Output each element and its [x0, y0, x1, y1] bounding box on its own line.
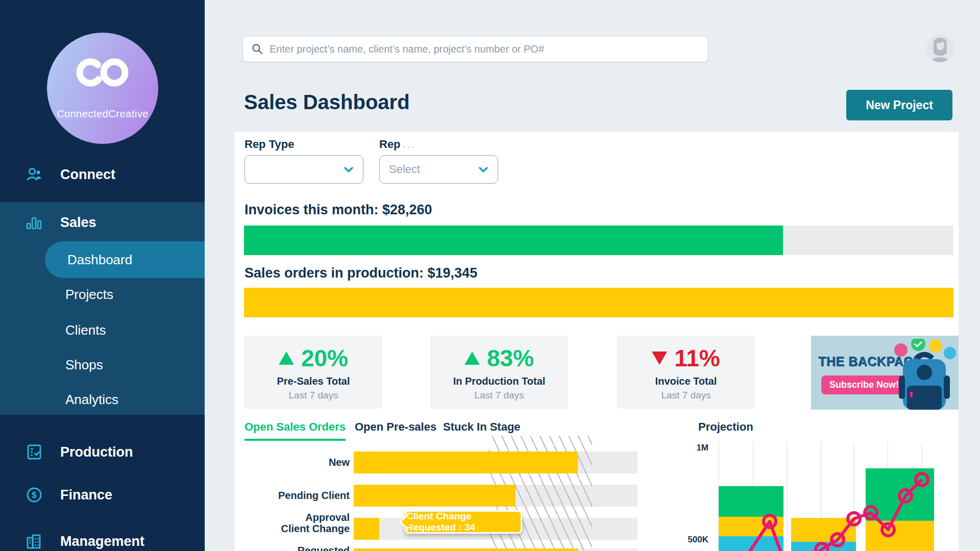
sidebar-item-connect[interactable]: Connect	[0, 162, 205, 187]
svg-text:$: $	[32, 490, 37, 500]
stat-label: Pre-Sales Total	[244, 375, 382, 387]
sidebar-item-label: Production	[60, 444, 133, 460]
tab-open-pre-sales[interactable]: Open Pre-sales	[355, 420, 436, 439]
stat-card-in-production: 83% In Production Total Last 7 days	[430, 336, 568, 409]
bar-row-track	[354, 548, 638, 551]
invoices-progress-bar	[244, 226, 953, 255]
stat-period: Last 7 days	[430, 390, 568, 401]
sidebar-item-sales[interactable]: Sales	[0, 210, 205, 235]
buildings-icon	[26, 533, 43, 550]
stat-card-invoice: 11% Invoice Total Last 7 days	[617, 336, 755, 409]
rep-hint-dots: ...	[403, 138, 415, 151]
sidebar-subitem-label: Analytics	[65, 392, 118, 408]
new-project-button[interactable]: New Project	[846, 90, 952, 120]
sidebar-item-label: Management	[60, 534, 144, 549]
bar-row-label: New	[235, 452, 350, 473]
bar-row-fill	[354, 452, 578, 473]
bar-row-track	[354, 452, 638, 473]
app-logo[interactable]: ConnectedCreative	[47, 33, 158, 144]
bar-row-track	[354, 485, 638, 507]
sidebar-item-management[interactable]: Management	[0, 529, 205, 551]
projection-chart	[699, 440, 959, 551]
rep-type-dropdown[interactable]	[244, 155, 363, 184]
infinity-logo-icon	[69, 55, 136, 93]
sidebar-item-finance[interactable]: $ Finance	[0, 483, 205, 507]
sidebar-subitem-analytics[interactable]: Analytics	[0, 388, 205, 411]
rep-label: Rep	[379, 138, 401, 151]
sidebar-item-label: Sales	[60, 215, 96, 231]
stat-value: 20%	[301, 344, 348, 372]
projection-title: Projection	[698, 420, 753, 434]
search-input[interactable]	[270, 43, 700, 55]
person-silhouette-icon	[926, 35, 954, 62]
page-title: Sales Dashboard	[244, 91, 410, 114]
rep-type-label: Rep Type	[244, 138, 294, 151]
up-triangle-icon	[464, 352, 480, 365]
invoices-progress-fill	[244, 226, 783, 255]
sidebar: ConnectedCreative Connect Sales Dashboar…	[0, 0, 205, 551]
stat-period: Last 7 days	[244, 390, 382, 401]
sales-orders-kpi-label: Sales orders in production: $19,345	[244, 265, 477, 281]
bar-row-fill	[354, 518, 379, 540]
rep-label-group: Rep ...	[379, 138, 415, 151]
promo-banner[interactable]: THE BACKPACK Subscribe Now!	[811, 336, 959, 410]
sidebar-subitem-label: Dashboard	[67, 252, 132, 268]
clipboard-check-icon	[26, 443, 43, 461]
bar-row-fill	[354, 548, 578, 551]
rep-dropdown[interactable]: Select	[379, 155, 498, 184]
sidebar-subitem-projects[interactable]: Projects	[0, 283, 205, 306]
stat-label: Invoice Total	[617, 375, 755, 387]
sidebar-item-label: Connect	[60, 167, 115, 183]
stat-value: 11%	[674, 344, 720, 372]
sales-orders-progress-bar	[244, 288, 953, 317]
sidebar-subitem-dashboard[interactable]: Dashboard	[45, 241, 205, 278]
dollar-circle-icon: $	[26, 486, 43, 504]
rep-dropdown-placeholder: Select	[389, 163, 478, 176]
user-avatar[interactable]	[926, 35, 954, 62]
stat-label: In Production Total	[430, 375, 568, 387]
up-triangle-icon	[279, 352, 294, 365]
stat-period: Last 7 days	[617, 390, 755, 401]
logo-text: ConnectedCreative	[47, 108, 158, 120]
sales-orders-progress-fill	[244, 288, 953, 317]
bar-row-label: Client Change Requested	[235, 518, 350, 551]
bar-row-fill	[354, 485, 516, 507]
chevron-down-icon	[344, 166, 354, 173]
stat-card-presales: 20% Pre-Sales Total Last 7 days	[244, 336, 382, 409]
bar-chart-icon	[26, 214, 43, 231]
sidebar-subitem-clients[interactable]: Clients	[0, 318, 205, 342]
sidebar-item-label: Finance	[60, 487, 112, 503]
sidebar-item-production[interactable]: Production	[0, 440, 205, 464]
sidebar-subitem-label: Projects	[65, 287, 113, 303]
search-icon	[251, 43, 263, 55]
down-triangle-icon	[652, 352, 667, 365]
chevron-down-icon	[478, 166, 488, 173]
search-bar	[242, 36, 708, 62]
stat-value: 83%	[487, 344, 534, 372]
sidebar-sales-section: Sales Dashboard Projects Clients Shops A…	[0, 202, 205, 415]
chart-tooltip: Client Change Requested : 34	[405, 510, 522, 534]
sidebar-subitem-label: Clients	[65, 322, 106, 338]
sidebar-subitem-shops[interactable]: Shops	[0, 353, 205, 377]
sidebar-subitem-label: Shops	[65, 357, 103, 373]
tab-open-sales-orders[interactable]: Open Sales Orders	[244, 420, 346, 441]
people-icon	[26, 166, 43, 183]
invoices-kpi-label: Invoices this month: $28,260	[244, 202, 432, 218]
dashboard-panel: Rep Type Rep ... Select Invoices this mo…	[235, 132, 959, 551]
backpack-illustration	[892, 339, 957, 410]
